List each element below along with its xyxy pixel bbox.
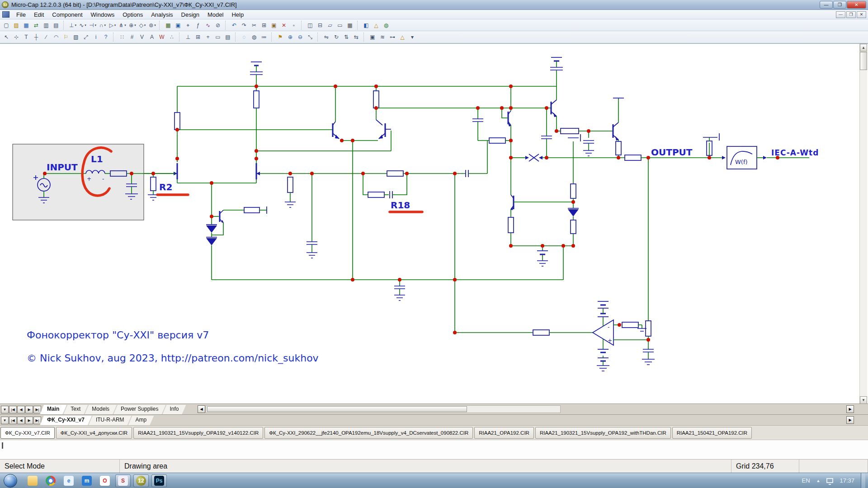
scroll-thumb[interactable] (860, 52, 867, 70)
sheet-scroll-right-button[interactable]: ▶ (846, 416, 854, 424)
translate-icon[interactable]: ⇄ (32, 20, 42, 30)
menu-item[interactable]: Design (177, 10, 203, 19)
tab-nav-button[interactable]: |◀ (9, 406, 17, 413)
filetab-riaa21-150421[interactable]: RIAA21_150421_OPA192.CIR (672, 427, 752, 439)
menu-item[interactable]: Component (48, 10, 86, 19)
tile-horizontal-icon[interactable]: ⊟ (316, 20, 326, 30)
node-numbers-icon[interactable]: # (127, 33, 137, 42)
taskbar-photoshop-icon[interactable]: Ps (151, 474, 167, 487)
hscroll-right-button[interactable]: ▶ (846, 405, 854, 413)
taskbar-ie-icon[interactable]: e (61, 474, 76, 487)
sheet-nav-button[interactable]: |◀ (9, 417, 17, 424)
condition-icon[interactable]: ∴ (167, 33, 177, 42)
info-mode-icon[interactable]: i (91, 33, 101, 42)
select-all-icon[interactable]: ▫ (289, 20, 299, 30)
run-analysis-icon[interactable]: ▣ (174, 20, 184, 30)
mirror-icon[interactable]: ⇋ (322, 33, 332, 42)
menu-item[interactable]: Model (203, 10, 227, 19)
repeat-find-icon[interactable]: ◍ (250, 33, 259, 42)
sheet-nav-button[interactable]: ▶ (25, 417, 33, 424)
open-file-icon[interactable]: ▨ (12, 20, 22, 30)
node-voltages-icon[interactable]: V (137, 33, 147, 42)
no-plot-icon[interactable]: ⊘ (213, 20, 223, 30)
help-mode-icon[interactable]: ? (101, 33, 111, 42)
calculator-icon[interactable]: ▦ (345, 20, 355, 30)
source-component-button[interactable]: ⊚▾ (147, 20, 157, 30)
horizontal-scrollbar[interactable] (206, 405, 561, 413)
browser-icon[interactable]: ◍ (382, 20, 392, 30)
show-desktop-button[interactable] (861, 473, 865, 488)
graphics-mode-icon[interactable]: ◠ (52, 33, 61, 42)
rotate-icon[interactable]: ↻ (332, 33, 342, 42)
delete-icon[interactable]: ✕ (279, 20, 289, 30)
cascade-icon[interactable]: ▱ (326, 20, 335, 30)
diode-component-button[interactable]: ▷▾ (108, 20, 118, 30)
scroll-up-button[interactable]: ▲ (860, 44, 867, 52)
hscroll-left-button[interactable]: ◀ (198, 405, 205, 413)
current-icon[interactable]: A (147, 33, 157, 42)
taskbar-micro-cap-icon[interactable]: 12 (133, 474, 149, 487)
start-button[interactable] (4, 474, 17, 488)
flip-x-icon[interactable]: ⇆ (352, 33, 362, 42)
picture-mode-icon[interactable]: ▧ (71, 33, 81, 42)
macro-component-button[interactable]: ◇▾ (137, 20, 147, 30)
tab-nav-button[interactable]: ▶ (25, 406, 33, 413)
tab-itu-r-arm[interactable]: ITU-R-ARM (89, 416, 132, 425)
point-to-end-icon[interactable]: ∷ (118, 33, 127, 42)
capacitor-component-button[interactable]: ⊣▾ (88, 20, 98, 30)
tab-nav-button[interactable]: ▼ (1, 406, 9, 413)
tab-nav-button[interactable]: ◀ (17, 406, 25, 413)
mdi-document-icon[interactable] (2, 11, 9, 18)
taskbar-explorer-icon[interactable] (25, 474, 40, 487)
zoom-in-icon[interactable]: ⊕ (286, 33, 296, 42)
clock[interactable]: 17:37 (840, 477, 854, 484)
tab-models[interactable]: Models (85, 405, 117, 414)
sheet-nav-button[interactable]: ◀ (17, 417, 25, 424)
title-block-icon[interactable]: ▤ (223, 33, 233, 42)
overlap-icon[interactable]: ▭ (335, 20, 345, 30)
filetab-riaa21-opa192[interactable]: RIAA21_OPA192.CIR (474, 427, 534, 439)
redo-icon[interactable]: ↷ (240, 20, 250, 30)
tab-text[interactable]: Text (63, 405, 88, 414)
tab-amp[interactable]: Amp (128, 416, 154, 425)
language-indicator[interactable]: EN (802, 477, 810, 484)
taskbar-save-tool-icon[interactable]: S (115, 474, 131, 487)
tray-expand-icon[interactable]: ▲ (816, 479, 821, 483)
mdi-restore-button[interactable]: ❐ (846, 11, 856, 18)
menu-item[interactable]: Windows (87, 10, 119, 19)
mdi-minimize-button[interactable]: — (836, 11, 845, 18)
properties-icon[interactable]: ▥ (42, 20, 52, 30)
component-mode-icon[interactable]: ⊹ (12, 33, 22, 42)
wire-mode-icon[interactable]: ┼ (32, 33, 42, 42)
tab-main[interactable]: Main (40, 405, 66, 414)
find-icon[interactable]: ◌ (240, 33, 250, 42)
undo-icon[interactable]: ↶ (230, 20, 240, 30)
pin-connections-icon[interactable]: ⊥ (184, 33, 193, 42)
tab-nav-button[interactable]: ▶| (33, 406, 41, 413)
meter-component-button[interactable]: ⊕▾ (127, 20, 137, 30)
scale-mode-icon[interactable]: ⤢ (81, 33, 91, 42)
warning-icon[interactable]: △ (398, 33, 408, 42)
diagonal-wire-icon[interactable]: ∕ (42, 33, 52, 42)
tile-vertical-icon[interactable]: ◫ (306, 20, 316, 30)
minimize-button[interactable]: — (820, 1, 833, 9)
analysis-limits-icon[interactable]: ▦ (164, 20, 174, 30)
cross-hair-icon[interactable]: + (203, 33, 213, 42)
filetab-riaa21-withthdan[interactable]: RIAA21_190321_15Vsupply_OPA192_withTHDan… (535, 427, 671, 439)
goto-flag-icon[interactable]: ⚑ (276, 33, 286, 42)
plot-icon[interactable]: ∿ (203, 20, 213, 30)
save-file-icon[interactable]: ▦ (22, 20, 32, 30)
transistor-component-button[interactable]: ⋔▾ (118, 20, 127, 30)
network-icon[interactable] (826, 478, 833, 483)
inductor-component-button[interactable]: ∩▾ (98, 20, 108, 30)
scroll-down-button[interactable]: ▼ (860, 396, 867, 404)
paste-icon[interactable]: ▣ (269, 20, 279, 30)
mdi-close-button[interactable]: ✕ (857, 11, 866, 18)
grid-icon[interactable]: ⊞ (193, 33, 203, 42)
link-icon[interactable]: ⊶ (388, 33, 398, 42)
filetab-riaa21-190321[interactable]: RIAA21_190321_15Vsupply_OPA192_v140122.C… (133, 427, 263, 439)
close-button[interactable]: ✕ (847, 1, 866, 9)
new-file-icon[interactable]: ▢ (2, 20, 12, 30)
zoom-out-icon[interactable]: ⊖ (296, 33, 306, 42)
drawing-area[interactable]: INPUT L1 R2 R18 OUTPUT IEC-A-Wtd W(f) + … (0, 43, 868, 404)
